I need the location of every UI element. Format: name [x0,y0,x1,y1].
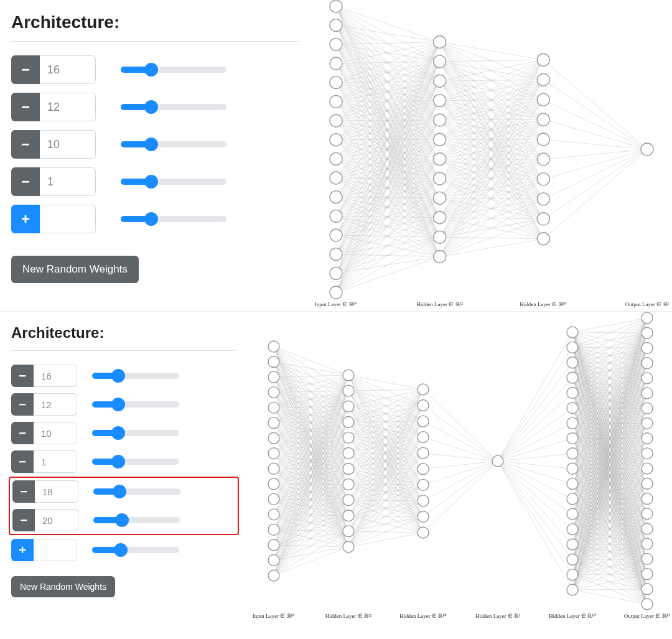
remove-layer-button[interactable]: − [11,167,40,196]
layer-size-slider[interactable] [92,459,179,465]
layer-size-input[interactable] [34,422,77,444]
layer-size-input[interactable] [34,450,77,473]
layer-size-input[interactable] [35,509,78,531]
remove-layer-button[interactable]: − [11,93,40,121]
node [434,75,446,87]
edge [572,318,647,529]
node [330,229,342,241]
remove-layer-button[interactable]: − [11,422,34,444]
section-title: Architecture: [11,12,299,32]
layer-row: − [11,130,299,159]
edge [440,60,544,62]
edge [348,375,423,406]
layer-size-input[interactable] [34,393,77,416]
layer-size-input[interactable] [35,480,78,503]
edge [498,461,572,469]
node [567,448,578,459]
remove-layer-button[interactable]: − [11,55,40,84]
layer-size-input[interactable] [40,93,96,121]
edge [423,406,498,461]
node [434,133,446,146]
slider-wrap [93,518,235,523]
edge [348,375,423,389]
node [642,312,653,324]
node [268,493,279,505]
edge [336,140,440,159]
layer-size-slider[interactable] [121,179,226,185]
node [567,508,578,520]
add-layer-button[interactable]: + [11,539,34,561]
edge [440,139,544,237]
node [330,210,342,222]
minus-icon: − [19,398,26,412]
edge [336,120,440,159]
edge [274,484,348,516]
edge [543,149,647,239]
node [567,554,578,565]
layer-size-input[interactable] [40,205,96,233]
layer-label: Hidden Layer ∈ ℝ¹² [325,613,372,619]
layer-label: Output Layer ∈ ℝ²⁰ [624,613,670,619]
layer-size-slider[interactable] [92,431,179,436]
edge [336,159,440,256]
layer-row: + [11,539,236,561]
layer-size-slider[interactable] [121,67,226,73]
edge [274,406,348,438]
layer-size-slider[interactable] [121,104,226,110]
edge [543,149,647,219]
layer-size-input[interactable] [34,365,77,387]
edge [336,101,440,198]
edge [440,42,544,60]
layer-size-slider[interactable] [92,373,179,379]
layer-size-slider[interactable] [93,489,180,495]
node [418,400,429,411]
minus-icon: − [19,426,26,441]
layer-size-input[interactable] [40,55,96,84]
edge [572,574,647,590]
node [343,432,354,443]
layer-size-slider[interactable] [92,402,179,408]
edge [336,159,440,254]
new-random-weights-button[interactable]: New Random Weights [11,576,115,597]
edge [348,391,423,437]
edge [423,389,498,461]
remove-layer-button[interactable]: − [12,509,35,531]
edge [348,485,423,501]
layer-size-slider[interactable] [121,216,226,222]
layer-rows: −−−−−−+ [11,365,236,561]
layer-size-input[interactable] [40,167,96,196]
layer-size-slider[interactable] [93,518,180,523]
edge [336,63,440,159]
edge [274,408,348,485]
add-layer-button[interactable]: + [11,205,40,233]
layer-size-input[interactable] [40,130,96,159]
edge [348,501,423,516]
edge [423,453,498,461]
node [642,448,653,459]
divider [11,41,299,42]
remove-layer-button[interactable]: − [11,365,34,387]
remove-layer-button[interactable]: − [12,480,35,503]
node [268,570,279,581]
node [537,233,549,245]
edge [440,139,544,179]
node [434,55,446,68]
node [567,432,578,444]
remove-layer-button[interactable]: − [11,393,34,416]
remove-layer-button[interactable]: − [11,130,40,159]
node [330,248,342,261]
section-title: Architecture: [11,324,236,342]
edge [440,239,544,257]
layer-size-slider[interactable] [92,548,179,553]
edge [336,62,440,292]
edge [336,44,440,81]
layer-size-slider[interactable] [121,141,226,147]
architecture-panel-bottom: Architecture: −−−−−−+ New Random Weights [0,312,249,623]
remove-layer-button[interactable]: − [11,450,34,473]
new-random-weights-button[interactable]: New Random Weights [11,256,139,283]
layer-label: Input Layer ∈ ℝ¹⁶ [315,301,357,307]
edge [440,100,544,179]
node [567,403,578,414]
layer-size-input[interactable] [34,539,77,561]
edge [348,375,423,453]
